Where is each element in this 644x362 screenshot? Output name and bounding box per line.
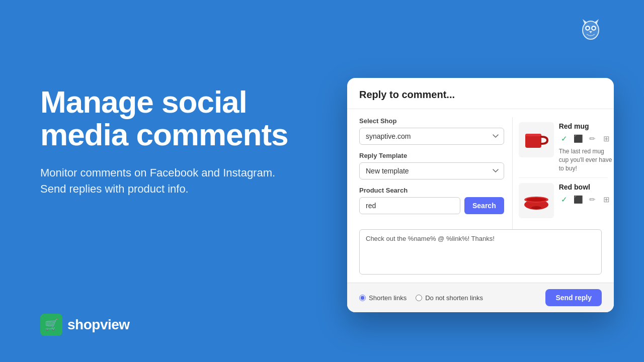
brand-name: shopview xyxy=(67,317,130,333)
svg-point-9 xyxy=(526,198,546,202)
shorten-links-radio[interactable] xyxy=(359,295,366,301)
product-item: Red mug ✓ ⬛ ✏ ⊞ The last red mug cup you… xyxy=(519,117,608,178)
product-actions-mug: ✓ ⬛ ✏ ⊞ xyxy=(559,133,612,144)
product-image-mug xyxy=(519,122,554,157)
left-content: Manage social media comments Monitor com… xyxy=(40,85,332,197)
svg-point-3 xyxy=(587,27,589,30)
product-search-label: Product Search xyxy=(359,187,504,194)
grid-icon[interactable]: ⊞ xyxy=(601,194,612,205)
product-desc-mug: The last red mug cup you'll ever have to… xyxy=(559,147,612,172)
brand-icon: 🛒 xyxy=(40,314,62,336)
grid-icon[interactable]: ⊞ xyxy=(601,133,612,144)
sub-text: Monitor comments on Facebook and Instagr… xyxy=(40,165,282,197)
product-actions-bowl: ✓ ⬛ ✏ ⊞ xyxy=(559,194,612,205)
product-search-group: Product Search Search xyxy=(359,187,504,214)
reply-template-group: Reply Template New template Template 1 T… xyxy=(359,152,504,179)
svg-rect-6 xyxy=(525,134,541,136)
product-name-mug: Red mug xyxy=(559,122,612,130)
select-shop-label: Select Shop xyxy=(359,117,504,125)
send-reply-button[interactable]: Send reply xyxy=(545,289,602,306)
brand: 🛒 shopview xyxy=(40,314,130,336)
copy-icon[interactable]: ⬛ xyxy=(573,133,584,144)
shorten-links-option[interactable]: Shorten links xyxy=(359,294,407,302)
search-input[interactable] xyxy=(359,197,460,214)
product-item: Red bowl ✓ ⬛ ✏ ⊞ xyxy=(519,178,608,223)
textarea-wrapper: Check out the %name% @ %link%! Thanks! xyxy=(347,229,614,283)
form-panel: Select Shop synaptive.com shop2.com shop… xyxy=(347,117,513,229)
product-name-bowl: Red bowl xyxy=(559,183,612,191)
check-icon[interactable]: ✓ xyxy=(559,133,570,144)
search-row: Search xyxy=(359,197,504,214)
svg-point-0 xyxy=(583,21,599,39)
no-shorten-label: Do not shorten links xyxy=(425,294,483,302)
owl-logo xyxy=(578,16,604,42)
dialog-title: Reply to comment... xyxy=(359,89,455,100)
check-icon[interactable]: ✓ xyxy=(559,194,570,205)
svg-point-4 xyxy=(593,27,595,30)
dialog-header: Reply to comment... xyxy=(347,78,614,109)
template-select[interactable]: New template Template 1 Template 2 xyxy=(359,162,504,179)
reply-textarea[interactable]: Check out the %name% @ %link%! Thanks! xyxy=(359,229,602,275)
dialog-body: Select Shop synaptive.com shop2.com shop… xyxy=(347,109,614,229)
shorten-links-label: Shorten links xyxy=(369,294,407,302)
product-info-mug: Red mug ✓ ⬛ ✏ ⊞ The last red mug cup you… xyxy=(559,122,612,172)
main-heading: Manage social media comments xyxy=(40,85,332,151)
reply-template-label: Reply Template xyxy=(359,152,504,159)
product-image-bowl xyxy=(519,183,554,218)
search-button[interactable]: Search xyxy=(464,197,504,214)
dialog-footer: Shorten links Do not shorten links Send … xyxy=(347,283,614,312)
edit-icon[interactable]: ✏ xyxy=(587,194,598,205)
radio-group: Shorten links Do not shorten links xyxy=(359,294,483,302)
svg-point-10 xyxy=(531,206,541,209)
select-shop-group: Select Shop synaptive.com shop2.com shop… xyxy=(359,117,504,145)
reply-dialog: Reply to comment... Select Shop synaptiv… xyxy=(347,78,614,312)
product-panel: Red mug ✓ ⬛ ✏ ⊞ The last red mug cup you… xyxy=(513,117,614,229)
shop-select[interactable]: synaptive.com shop2.com shop3.com xyxy=(359,128,504,145)
copy-icon[interactable]: ⬛ xyxy=(573,194,584,205)
product-info-bowl: Red bowl ✓ ⬛ ✏ ⊞ xyxy=(559,183,612,208)
no-shorten-option[interactable]: Do not shorten links xyxy=(416,294,483,302)
edit-icon[interactable]: ✏ xyxy=(587,133,598,144)
no-shorten-radio[interactable] xyxy=(416,295,422,301)
